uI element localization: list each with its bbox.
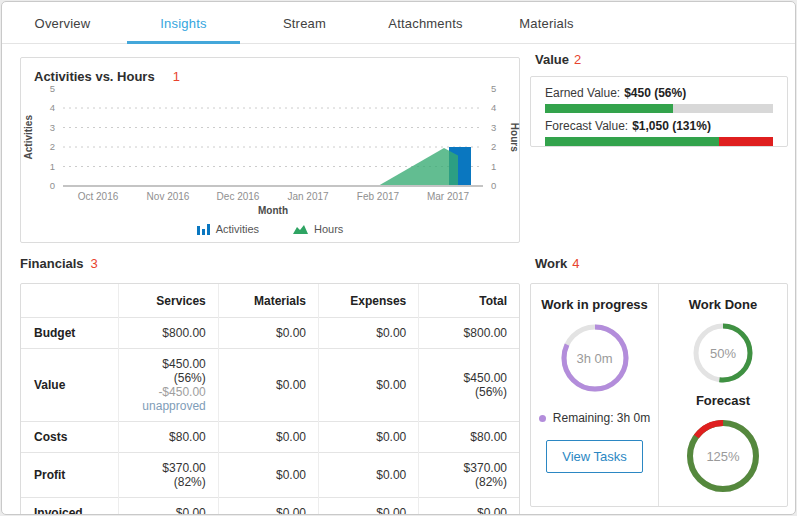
work-section-title: Work4 [535,256,580,271]
insights-page: Overview Insights Stream Attachments Mat… [1,1,796,515]
table-cell: $0.00 [319,349,419,422]
table-cell: $0.00 [218,498,318,516]
legend-label: Activities [216,223,259,235]
table-cell: $800.00 [118,318,218,349]
work-done-donut: 50% [691,321,755,385]
forecast-value: 125% [684,417,762,495]
table-row: Invoiced$0.00$0.00$0.00$0.00 [21,498,519,516]
chart-legend: Activities Hours [21,223,519,235]
unapproved-link[interactable]: unapproved [125,399,206,413]
financials-section-title: Financials3 [20,256,98,271]
table-cell: $0.00 [118,498,218,516]
svg-text:2: 2 [491,141,496,152]
table-cell: $0.00 [319,422,419,453]
svg-text:5: 5 [491,83,496,94]
value-section-title: Value2 [535,52,581,67]
svg-text:3: 3 [491,122,496,133]
table-cell: $0.00 [319,453,419,498]
table-row: Profit$370.00(82%)$0.00$0.00$370.00(82%) [21,453,519,498]
table-cell: $450.00(56%)-$450.00unapproved [118,349,218,422]
table-cell: $370.00(82%) [419,453,519,498]
table-header-row: Services Materials Expenses Total [21,284,519,318]
remaining-legend: Remaining: 3h 0m [539,411,650,425]
table-cell: $370.00(82%) [118,453,218,498]
column-header-services: Services [118,284,218,318]
earned-progress-fill [545,104,673,113]
forecast-donut: 125% [684,417,762,495]
chart-title-text: Activities vs. Hours [34,69,155,84]
forecast-label: Forecast Value: [545,119,628,133]
svg-text:5: 5 [50,83,55,94]
row-label: Costs [21,422,118,453]
earned-progress-bar [545,104,773,113]
value-panel: Earned Value:$450 (56%) Forecast Value:$… [530,76,788,147]
annotation-3: 3 [91,256,98,271]
value-title-text: Value [535,52,569,67]
table-row: Budget$800.00$0.00$0.00$800.00 [21,318,519,349]
table-cell: $80.00 [419,422,519,453]
work-title-text: Work [535,256,567,271]
work-in-progress-donut: 3h 0m [559,322,631,394]
activities-hours-chart-panel: Activities vs. Hours1 001122334455Oct 20… [20,57,520,243]
work-in-progress-heading: Work in progress [541,297,648,312]
legend-item-hours[interactable]: Hours [293,223,343,235]
forecast-amount: $1,050 (131%) [632,119,711,133]
forecast-progress-fill [545,137,719,146]
work-done-value: 50% [691,321,755,385]
table-cell: $0.00 [319,498,419,516]
svg-text:4: 4 [491,102,496,113]
row-label: Value [21,349,118,422]
table-cell: $0.00 [218,349,318,422]
content-area: Activities vs. Hours1 001122334455Oct 20… [2,44,795,515]
table-cell: $0.00 [218,422,318,453]
work-done-heading: Work Done [689,297,757,312]
svg-text:4: 4 [50,102,55,113]
svg-text:Nov 2016: Nov 2016 [147,191,190,202]
annotation-4: 4 [572,256,579,271]
column-header-materials: Materials [218,284,318,318]
tab-bar: Overview Insights Stream Attachments Mat… [2,2,795,44]
table-row: Costs$80.00$0.00$0.00$80.00 [21,422,519,453]
tab-stream[interactable]: Stream [244,2,365,44]
remaining-dot-icon [539,415,546,422]
earned-value-label: Earned Value:$450 (56%) [545,86,773,101]
tab-insights[interactable]: Insights [123,2,244,44]
svg-text:Activities: Activities [23,115,34,160]
table-cell: $80.00 [118,422,218,453]
activities-hours-chart: 001122334455Oct 2016Nov 2016Dec 2016Jan … [21,58,521,244]
svg-text:Mar 2017: Mar 2017 [427,191,470,202]
earned-amount: $450 (56%) [624,86,686,100]
svg-text:Dec 2016: Dec 2016 [217,191,260,202]
tab-overview[interactable]: Overview [2,2,123,44]
legend-label: Hours [314,223,343,235]
area-chart-icon [293,223,308,235]
legend-item-activities[interactable]: Activities [197,223,259,235]
row-label: Invoiced [21,498,118,516]
svg-text:Month: Month [258,205,288,216]
view-tasks-button[interactable]: View Tasks [546,440,643,473]
column-header-empty [21,284,118,318]
row-label: Profit [21,453,118,498]
work-panel: Work in progress 3h 0m Remaining: 3h 0m … [530,283,788,507]
forecast-progress-bar [545,137,773,146]
chart-title: Activities vs. Hours1 [34,69,180,84]
column-header-expenses: Expenses [319,284,419,318]
remaining-label: Remaining: 3h 0m [553,411,650,425]
row-label: Budget [21,318,118,349]
earned-label: Earned Value: [545,86,620,100]
svg-text:Feb 2017: Feb 2017 [357,191,400,202]
tab-attachments[interactable]: Attachments [365,2,486,44]
work-in-progress-column: Work in progress 3h 0m Remaining: 3h 0m … [531,284,659,506]
svg-text:3: 3 [50,122,55,133]
tab-materials[interactable]: Materials [486,2,607,44]
svg-text:Oct 2016: Oct 2016 [78,191,119,202]
table-cell: $800.00 [419,318,519,349]
financials-table: Services Materials Expenses Total Budget… [21,284,519,515]
svg-text:1: 1 [50,161,55,172]
column-header-total: Total [419,284,519,318]
table-cell: $0.00 [419,498,519,516]
svg-text:1: 1 [491,161,496,172]
forecast-value-label: Forecast Value:$1,050 (131%) [545,119,773,134]
bar-chart-icon [197,223,210,235]
table-cell: $0.00 [218,318,318,349]
